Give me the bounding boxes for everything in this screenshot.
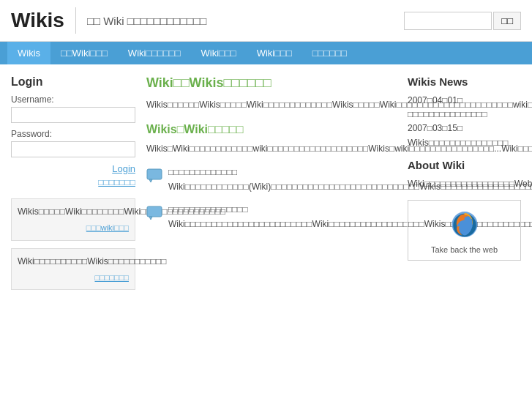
header-subtitle: □□ Wiki □□□□□□□□□□□□ (87, 15, 404, 27)
login-title: Login (11, 75, 135, 89)
discussion-icon-1 (146, 168, 162, 184)
about-text: Wiki□□□□□□□□□□□□□□□□□Web□□□□□□□□□□□□□□□□… (408, 177, 521, 191)
password-label: Password: (11, 129, 135, 139)
nav-item-4[interactable]: Wiki□□□ (247, 42, 302, 64)
sidebar-box-2-link[interactable]: □□□□□□□ (18, 272, 129, 284)
main-area: Login Username: Password: Login □□□□□□□ … (0, 64, 532, 308)
sidebar-box-2: Wiki□□□□□□□□□□Wikis□□□□□□□□□□□ □□□□□□□ (11, 248, 135, 291)
register-link[interactable]: □□□□□□□ (11, 177, 135, 187)
password-input[interactable] (11, 141, 135, 157)
firefox-box: Take back the web (408, 200, 521, 261)
about-title: About Wiki (408, 159, 521, 171)
search-button[interactable]: □□ (493, 12, 521, 30)
sidebar-box-2-text: Wiki□□□□□□□□□□Wikis□□□□□□□□□□□ (18, 256, 167, 266)
sub-text: Wikis□Wiki□□□□□□□□□□□□wiki□□□□□□□□□□□□□□… (146, 142, 397, 156)
header-divider (75, 7, 76, 34)
nav-item-1[interactable]: □□Wiki□□□ (50, 42, 118, 64)
news-title: Wikis News (408, 75, 521, 88)
firefox-label: Take back the web (414, 245, 514, 254)
nav-item-5[interactable]: □□□□□□ (302, 42, 357, 64)
discussion-icon-2 (146, 206, 162, 222)
news-text: 2007□04□01□□□□□□□□□□□□□□□□2007□03□15□Wik… (408, 94, 521, 150)
right-sidebar: Wikis News 2007□04□01□□□□□□□□□□□□□□□□200… (408, 75, 521, 297)
sidebar-box-1-link[interactable]: □□□wiki□□□ (18, 222, 129, 234)
site-title: Wikis (11, 9, 64, 32)
nav-item-wikis[interactable]: Wikis (7, 42, 50, 64)
svg-rect-0 (147, 169, 162, 179)
nav-item-3[interactable]: Wiki□□□ (191, 42, 247, 64)
firefox-logo (439, 206, 490, 243)
header: Wikis □□ Wiki □□□□□□□□□□□□ □□ (0, 0, 532, 42)
username-label: Username: (11, 94, 135, 105)
main-text: Wikis□□□□□□Wikis□□□□□Wiki□□□□□□□□□□□□□Wi… (146, 98, 397, 112)
search-input[interactable] (404, 12, 492, 30)
username-input[interactable] (11, 107, 135, 123)
main-heading: Wiki□□Wikis□□□□□□ (146, 75, 397, 91)
content-area: Wiki□□Wikis□□□□□□ Wikis□□□□□□Wikis□□□□□W… (146, 75, 397, 297)
svg-marker-1 (149, 179, 152, 182)
discussion-2: □□□□□□□□□□□□□□□ Wiki□□□□□□□□□□□□□□□□□□□□… (146, 204, 397, 231)
login-button[interactable]: Login (112, 163, 135, 174)
svg-marker-3 (149, 217, 152, 220)
discussion-1: □□□□□□□□□□□□□ Wiki□□□□□□□□□□□□(Wiki)□□□□… (146, 167, 397, 193)
navbar: Wikis □□Wiki□□□ Wiki□□□□□□ Wiki□□□ Wiki□… (0, 42, 532, 64)
login-section: Login Username: Password: Login □□□□□□□ (11, 75, 135, 187)
sidebar: Login Username: Password: Login □□□□□□□ … (11, 75, 135, 297)
sub-heading: Wikis□Wiki□□□□□ (146, 123, 397, 136)
sidebar-box-1: Wikis□□□□□Wiki□□□□□□□□Wiki□□□□□□□□□□□□□□… (11, 198, 135, 241)
nav-item-2[interactable]: Wiki□□□□□□ (118, 42, 191, 64)
svg-rect-2 (147, 206, 162, 217)
